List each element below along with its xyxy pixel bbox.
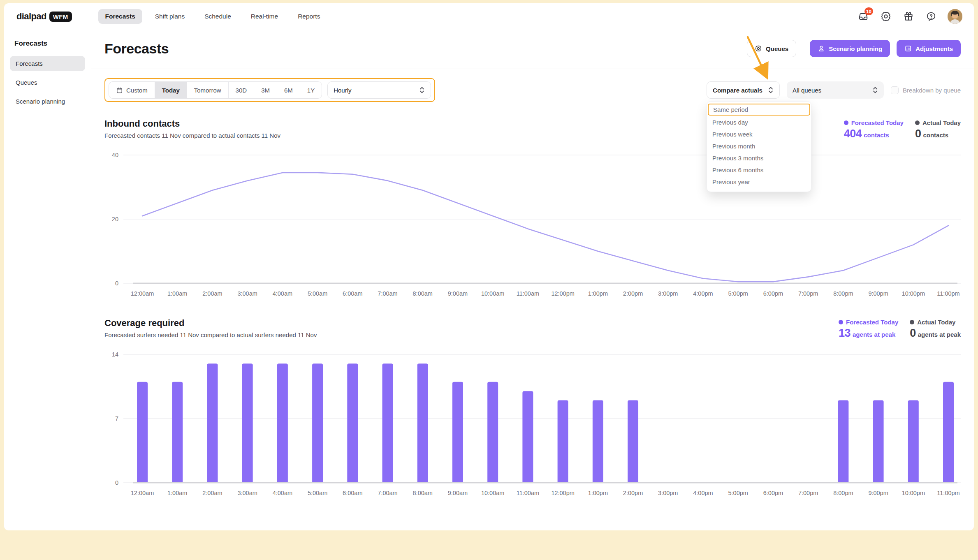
svg-text:3:00pm: 3:00pm <box>658 490 678 496</box>
svg-text:7:00pm: 7:00pm <box>798 290 818 297</box>
page-title: Forecasts <box>104 41 169 57</box>
compare-actuals-select[interactable]: Compare actuals <box>707 81 780 99</box>
svg-text:9:00am: 9:00am <box>448 290 468 297</box>
svg-text:0: 0 <box>115 479 118 486</box>
svg-text:5:00am: 5:00am <box>308 490 327 496</box>
range-segment-1y[interactable]: 1Y <box>300 82 322 98</box>
svg-text:6:00am: 6:00am <box>343 490 362 496</box>
coverage-actual-stat: Actual Today 0agents at peak <box>910 319 961 340</box>
sidebar-item-forecasts[interactable]: Forecasts <box>10 56 85 71</box>
nav-right-icons: 10 <box>857 9 962 24</box>
range-segment-30d[interactable]: 30D <box>229 82 255 98</box>
inbound-actual-value: 0 <box>915 127 921 140</box>
header-divider <box>91 69 974 69</box>
compare-menu-item-previous-month[interactable]: Previous month <box>707 140 811 152</box>
avatar[interactable] <box>948 9 962 24</box>
logo-wordmark: dialpad <box>16 11 46 22</box>
svg-text:9:00pm: 9:00pm <box>868 290 888 297</box>
range-segment-3m[interactable]: 3M <box>254 82 277 98</box>
inbound-subtitle: Forecasted contacts 11 Nov compared to a… <box>104 132 280 139</box>
svg-text:2:00pm: 2:00pm <box>623 290 643 297</box>
svg-text:11:00pm: 11:00pm <box>937 490 959 496</box>
coverage-forecast-value: 13 <box>839 327 851 339</box>
svg-text:2:00am: 2:00am <box>202 290 222 297</box>
svg-text:1:00pm: 1:00pm <box>588 490 608 496</box>
nav-tab-reports[interactable]: Reports <box>291 9 327 24</box>
compare-menu-item-previous-6-months[interactable]: Previous 6 months <box>707 164 811 176</box>
inbound-actual-stat: Actual Today 0contacts <box>915 119 961 140</box>
compare-menu-item-previous-week[interactable]: Previous week <box>707 128 811 140</box>
compare-menu-item-previous-3-months[interactable]: Previous 3 months <box>707 152 811 164</box>
svg-text:7:00am: 7:00am <box>378 490 397 496</box>
scenario-planning-label: Scenario planning <box>829 45 882 52</box>
svg-text:12:00pm: 12:00pm <box>551 490 574 496</box>
nav-tab-shift-plans[interactable]: Shift plans <box>148 9 192 24</box>
queue-filter-select[interactable]: All queues <box>787 81 884 99</box>
forecast-dot <box>844 120 848 125</box>
range-segment-6m[interactable]: 6M <box>277 82 300 98</box>
sidebar-item-queues[interactable]: Queues <box>10 75 85 90</box>
svg-text:8:00am: 8:00am <box>413 290 433 297</box>
adjustments-button[interactable]: Adjustments <box>897 40 961 57</box>
inbox-icon[interactable]: 10 <box>857 10 869 23</box>
gift-icon[interactable] <box>902 10 915 23</box>
svg-text:7:00am: 7:00am <box>378 290 397 297</box>
queue-filter-value: All queues <box>793 87 821 94</box>
queues-button[interactable]: Queues <box>747 40 796 57</box>
svg-text:3:00am: 3:00am <box>237 290 257 297</box>
sidebar-items: ForecastsQueuesScenario planning <box>10 56 85 109</box>
sidebar-item-scenario-planning[interactable]: Scenario planning <box>10 94 85 109</box>
svg-text:11:00am: 11:00am <box>517 290 539 297</box>
coverage-legend: Forecasted Today 13agents at peak Actual… <box>839 319 961 340</box>
actual-dot <box>910 320 914 324</box>
svg-text:6:00pm: 6:00pm <box>763 490 783 496</box>
nav-tab-schedule[interactable]: Schedule <box>197 9 238 24</box>
breakdown-label: Breakdown by queue <box>903 87 961 94</box>
svg-text:5:00am: 5:00am <box>308 290 327 297</box>
range-segment-tomorrow[interactable]: Tomorrow <box>187 82 229 98</box>
compare-actuals-value: Compare actuals <box>713 87 762 94</box>
coverage-required-section: Coverage required Forecasted surfers nee… <box>104 318 961 498</box>
inbound-forecast-value: 404 <box>844 127 862 140</box>
coverage-bar-chart[interactable]: 071412:00am1:00am2:00am3:00am4:00am5:00a… <box>104 349 961 498</box>
forecast-dot <box>839 320 843 324</box>
app-window: dialpad WFM ForecastsShift plansSchedule… <box>4 3 974 530</box>
svg-text:3:00am: 3:00am <box>237 490 257 496</box>
compare-menu-item-same-period[interactable]: Same period <box>708 104 810 116</box>
top-nav: dialpad WFM ForecastsShift plansSchedule… <box>4 3 974 30</box>
help-icon[interactable] <box>925 10 937 23</box>
svg-text:7:00pm: 7:00pm <box>798 490 818 496</box>
svg-text:3:00pm: 3:00pm <box>658 290 678 297</box>
svg-text:4:00am: 4:00am <box>273 290 292 297</box>
breakdown-checkbox[interactable] <box>891 86 899 94</box>
svg-text:11:00pm: 11:00pm <box>937 290 959 297</box>
range-segment-today[interactable]: Today <box>155 82 187 98</box>
svg-text:0: 0 <box>115 280 118 287</box>
breakdown-by-queue-toggle[interactable]: Breakdown by queue <box>891 81 961 99</box>
nav-tab-forecasts[interactable]: Forecasts <box>98 9 142 24</box>
compare-actuals-menu: Same periodPrevious dayPrevious weekPrev… <box>707 101 811 192</box>
compare-menu-item-previous-day[interactable]: Previous day <box>707 116 811 128</box>
inbound-line-chart[interactable]: 0204012:00am1:00am2:00am3:00am4:00am5:00… <box>104 149 961 299</box>
actual-dot <box>915 120 920 125</box>
svg-text:4:00pm: 4:00pm <box>693 290 713 297</box>
dialpad-logo[interactable]: dialpad WFM <box>16 11 72 22</box>
nav-tabs: ForecastsShift plansScheduleReal-timeRep… <box>98 9 327 24</box>
sidebar: Forecasts ForecastsQueuesScenario planni… <box>4 30 91 530</box>
logo-wfm-badge: WFM <box>49 12 72 22</box>
svg-text:12:00am: 12:00am <box>131 290 154 297</box>
svg-text:9:00pm: 9:00pm <box>868 490 888 496</box>
settings-gear-icon[interactable] <box>880 10 892 23</box>
granularity-select[interactable]: Hourly <box>327 81 431 99</box>
nav-tab-real-time[interactable]: Real-time <box>244 9 285 24</box>
inbox-count-badge: 10 <box>864 7 873 15</box>
svg-text:5:00pm: 5:00pm <box>728 290 748 297</box>
svg-text:8:00pm: 8:00pm <box>833 490 853 496</box>
granularity-value: Hourly <box>334 87 351 94</box>
range-segment-custom[interactable]: Custom <box>109 82 155 98</box>
svg-text:8:00am: 8:00am <box>413 490 433 496</box>
svg-text:12:00am: 12:00am <box>131 490 154 496</box>
main-content: Forecasts Queues <box>91 30 974 530</box>
compare-menu-item-previous-year[interactable]: Previous year <box>707 176 811 188</box>
scenario-planning-button[interactable]: Scenario planning <box>810 40 890 57</box>
